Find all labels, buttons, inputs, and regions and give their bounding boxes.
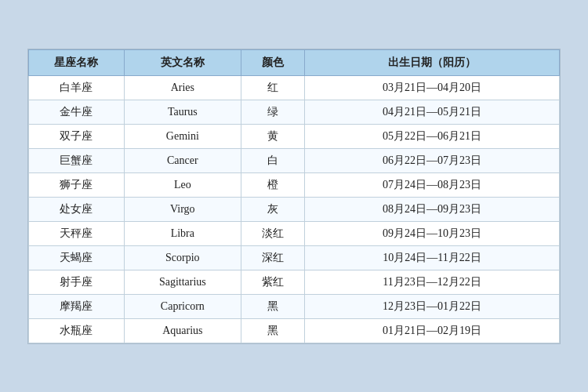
header-color: 颜色 xyxy=(241,49,304,75)
cell-chinese: 天蝎座 xyxy=(29,245,125,270)
cell-date: 05月22日—06月21日 xyxy=(305,124,560,148)
cell-color: 紫红 xyxy=(241,270,304,294)
cell-date: 01月21日—02月19日 xyxy=(305,318,560,343)
table-row: 白羊座Aries红03月21日—04月20日 xyxy=(29,75,560,100)
table-row: 巨蟹座Cancer白06月22日—07月23日 xyxy=(29,148,560,172)
table-row: 天蝎座Scorpio深红10月24日—11月22日 xyxy=(29,245,560,270)
table-row: 天秤座Libra淡红09月24日—10月23日 xyxy=(29,221,560,245)
cell-color: 黄 xyxy=(241,124,304,148)
table-row: 水瓶座Aquarius黑01月21日—02月19日 xyxy=(29,318,560,343)
header-english: 英文名称 xyxy=(124,49,241,75)
cell-english: Aquarius xyxy=(124,318,241,343)
cell-chinese: 巨蟹座 xyxy=(29,148,125,172)
table-body: 白羊座Aries红03月21日—04月20日金牛座Taurus绿04月21日—0… xyxy=(29,75,560,343)
cell-chinese: 摩羯座 xyxy=(29,294,125,318)
cell-color: 绿 xyxy=(241,100,304,124)
cell-date: 07月24日—08月23日 xyxy=(305,172,560,197)
zodiac-table: 星座名称 英文名称 颜色 出生日期（阳历） 白羊座Aries红03月21日—04… xyxy=(28,49,560,343)
table-row: 金牛座Taurus绿04月21日—05月21日 xyxy=(29,100,560,124)
cell-english: Leo xyxy=(124,172,241,197)
cell-chinese: 金牛座 xyxy=(29,100,125,124)
cell-color: 深红 xyxy=(241,245,304,270)
table-row: 摩羯座Capricorn黑12月23日—01月22日 xyxy=(29,294,560,318)
table-header-row: 星座名称 英文名称 颜色 出生日期（阳历） xyxy=(29,49,560,75)
cell-chinese: 狮子座 xyxy=(29,172,125,197)
cell-date: 09月24日—10月23日 xyxy=(305,221,560,245)
cell-english: Capricorn xyxy=(124,294,241,318)
cell-date: 03月21日—04月20日 xyxy=(305,75,560,100)
cell-english: Virgo xyxy=(124,197,241,221)
cell-date: 10月24日—11月22日 xyxy=(305,245,560,270)
cell-date: 08月24日—09月23日 xyxy=(305,197,560,221)
cell-date: 11月23日—12月22日 xyxy=(305,270,560,294)
cell-english: Libra xyxy=(124,221,241,245)
cell-date: 12月23日—01月22日 xyxy=(305,294,560,318)
cell-date: 04月21日—05月21日 xyxy=(305,100,560,124)
cell-date: 06月22日—07月23日 xyxy=(305,148,560,172)
cell-color: 橙 xyxy=(241,172,304,197)
header-date: 出生日期（阳历） xyxy=(305,49,560,75)
cell-chinese: 水瓶座 xyxy=(29,318,125,343)
cell-chinese: 白羊座 xyxy=(29,75,125,100)
cell-english: Sagittarius xyxy=(124,270,241,294)
cell-color: 红 xyxy=(241,75,304,100)
header-chinese: 星座名称 xyxy=(29,49,125,75)
cell-color: 灰 xyxy=(241,197,304,221)
cell-chinese: 双子座 xyxy=(29,124,125,148)
cell-color: 白 xyxy=(241,148,304,172)
cell-english: Cancer xyxy=(124,148,241,172)
cell-english: Gemini xyxy=(124,124,241,148)
cell-chinese: 处女座 xyxy=(29,197,125,221)
cell-color: 黑 xyxy=(241,294,304,318)
table-row: 处女座Virgo灰08月24日—09月23日 xyxy=(29,197,560,221)
table-row: 双子座Gemini黄05月22日—06月21日 xyxy=(29,124,560,148)
cell-english: Aries xyxy=(124,75,241,100)
table-row: 射手座Sagittarius紫红11月23日—12月22日 xyxy=(29,270,560,294)
cell-chinese: 天秤座 xyxy=(29,221,125,245)
table-row: 狮子座Leo橙07月24日—08月23日 xyxy=(29,172,560,197)
cell-color: 黑 xyxy=(241,318,304,343)
zodiac-table-container: 星座名称 英文名称 颜色 出生日期（阳历） 白羊座Aries红03月21日—04… xyxy=(27,49,561,344)
cell-english: Scorpio xyxy=(124,245,241,270)
cell-color: 淡红 xyxy=(241,221,304,245)
cell-chinese: 射手座 xyxy=(29,270,125,294)
cell-english: Taurus xyxy=(124,100,241,124)
